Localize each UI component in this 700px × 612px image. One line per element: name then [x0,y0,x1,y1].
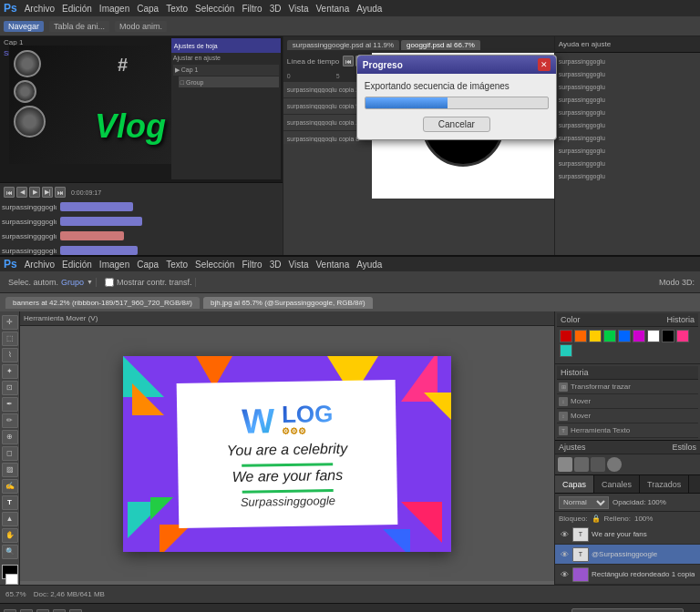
swatch-orange[interactable] [574,330,587,342]
history-item-4[interactable]: T Herramienta Texto [557,423,698,438]
bottom-menu-imagen[interactable]: Imagen [99,260,129,270]
lasso-tool-icon[interactable]: ⌇ [2,348,18,362]
adj-icon-3[interactable] [591,457,605,472]
menu-texto[interactable]: Texto [166,4,188,14]
track-bar-3[interactable] [60,231,124,240]
layer-item-we-are-fans[interactable]: 👁 T We are your fans [555,525,700,545]
history-item-2[interactable]: ↕ Mover [557,394,698,409]
canvas-workspace[interactable]: W LOG ⚙⚙⚙ You are a celebrity [20,326,554,581]
dialog-close-button[interactable]: ✕ [538,58,551,71]
hand-tool-icon[interactable]: ✋ [2,528,18,543]
opacity-value[interactable]: 100% [647,498,665,506]
track-bar-4[interactable] [60,246,138,255]
track-bar-1[interactable] [60,202,133,211]
bottom-tl-end[interactable]: ⏭ [69,609,82,613]
stamp-tool-icon[interactable]: ⊕ [2,430,18,444]
modo-anim-btn[interactable]: Modo anim. [115,21,167,32]
brush-tool-icon[interactable]: ✏ [2,413,18,428]
bottom-tl-next[interactable]: ▶| [53,609,66,613]
menu-archivo[interactable]: Archivo [25,4,55,14]
bottom-menu-3d[interactable]: 3D [270,260,282,270]
bottom-tab-1[interactable]: banners at 42.2% (ribbbon-189/517_960_72… [5,297,200,309]
eyedropper-icon[interactable]: ✒ [2,397,18,412]
bottom-menu-filtro[interactable]: Filtro [242,260,262,270]
shape-tool-icon[interactable]: ▲ [2,512,18,526]
tl-ctrl-1[interactable]: ⏮ [343,56,354,66]
top-toolbar: Navegar Tabla de ani... Modo anim. [0,16,700,36]
zoom-tool-icon[interactable]: 🔍 [2,545,18,559]
blend-mode-select[interactable]: Normal [559,496,609,509]
menu-edicion[interactable]: Edición [62,4,92,14]
bottom-menu-seleccion[interactable]: Selección [195,260,234,270]
menu-filtro[interactable]: Filtro [242,4,262,14]
dialog-cancel-button[interactable]: Cancelar [423,117,490,132]
tab-canales[interactable]: Canales [594,475,640,493]
create-video-timeline-btn[interactable]: Crear línea de tiempo de video [571,608,684,612]
layer-item-rectangle[interactable]: 👁 Rectángulo redondeado 1 copia [555,565,700,585]
bottom-menu-texto[interactable]: Texto [166,260,188,270]
pen-tool-icon[interactable]: ✍ [2,479,18,494]
chevron-down-icon[interactable]: ▼ [87,279,93,285]
bottom-tab-2[interactable]: bjh.jpg al 65.7% (@Surpassinggoogle, RGB… [203,297,373,309]
swatch-green[interactable] [603,330,616,342]
timeline-next-btn[interactable]: ▶| [42,187,53,198]
bottom-tl-rewind[interactable]: ⏮ [4,609,16,613]
bottom-menu-vista[interactable]: Vista [288,260,308,270]
layer-eye-1[interactable]: 👁 [559,529,570,540]
adj-icon-1[interactable] [558,457,572,472]
menu-seleccion[interactable]: Selección [195,4,234,14]
menu-3d[interactable]: 3D [270,4,282,14]
menu-capa[interactable]: Capa [137,4,159,14]
layer-eye-3[interactable]: 👁 [559,569,570,580]
layer-eye-2[interactable]: 👁 [559,549,570,560]
magic-wand-icon[interactable]: ✦ [2,364,18,379]
menu-imagen[interactable]: Imagen [99,4,129,14]
track-bar-2[interactable] [60,217,142,226]
swatch-black[interactable] [662,330,674,342]
navegar-btn[interactable]: Navegar [4,21,44,32]
menu-vista[interactable]: Vista [288,4,308,14]
swatch-blue[interactable] [618,330,631,342]
bottom-menu-capa[interactable]: Capa [137,260,159,270]
eraser-tool-icon[interactable]: ◻ [2,446,18,461]
timeline-end-btn[interactable]: ⏭ [55,187,66,198]
background-color-box[interactable] [5,574,18,585]
lock-icon[interactable]: 🔒 [592,515,601,523]
swatch-red[interactable] [560,330,572,342]
mostrar-checkbox[interactable] [105,278,114,287]
timeline-controls: ⏮ ◀ ▶ ▶| ⏭ 0:00:09:17 [2,185,281,199]
layer-name-3: Rectángulo redondeado 1 copia [592,570,695,578]
swatch-purple[interactable] [633,330,645,342]
swatch-pink[interactable] [676,330,689,342]
move-tool-icon[interactable]: ✛ [2,315,18,330]
bottom-tl-prev[interactable]: ◀ [20,609,33,613]
select-tool-icon[interactable]: ⬚ [2,332,18,346]
history-item-3[interactable]: ↕ Mover [557,409,698,423]
adj-icon-4[interactable] [607,457,622,472]
adj-icon-2[interactable] [574,457,589,472]
bottom-menu-archivo[interactable]: Archivo [25,260,55,270]
bottom-menu-ventana[interactable]: Ventana [315,260,349,270]
text-tool-icon[interactable]: T [2,495,18,510]
menu-ayuda[interactable]: Ayuda [356,4,382,14]
fill-value[interactable]: 100% [634,515,653,523]
layer-item-surpassing[interactable]: 👁 T @Surpassinggoogle [555,545,700,565]
history-item-1[interactable]: ⊞ Transformar trazar [557,380,698,394]
gradient-tool-icon[interactable]: ▨ [2,463,18,477]
file-tab-2[interactable]: googgif.psd al 66.7% [401,40,480,50]
tab-trazados[interactable]: Trazados [640,475,689,493]
file-tab-1[interactable]: surpassinggoogle.psd al 11.9% [287,40,399,50]
timeline-play-btn[interactable]: ▶ [29,187,40,198]
tabla-ani-btn[interactable]: Tabla de ani... [49,21,109,32]
swatch-teal[interactable] [560,344,572,357]
bottom-menu-edicion[interactable]: Edición [62,260,92,270]
timeline-prev-btn[interactable]: ◀ [16,187,27,198]
crop-tool-icon[interactable]: ⊡ [2,381,18,395]
timeline-rewind-btn[interactable]: ⏮ [4,187,15,198]
swatch-white[interactable] [647,330,660,342]
bottom-menu-ayuda[interactable]: Ayuda [356,260,382,270]
swatch-yellow[interactable] [589,330,602,342]
bottom-tl-play[interactable]: ▶ [36,609,49,613]
tab-capas[interactable]: Capas [555,475,594,493]
menu-ventana[interactable]: Ventana [315,4,349,14]
